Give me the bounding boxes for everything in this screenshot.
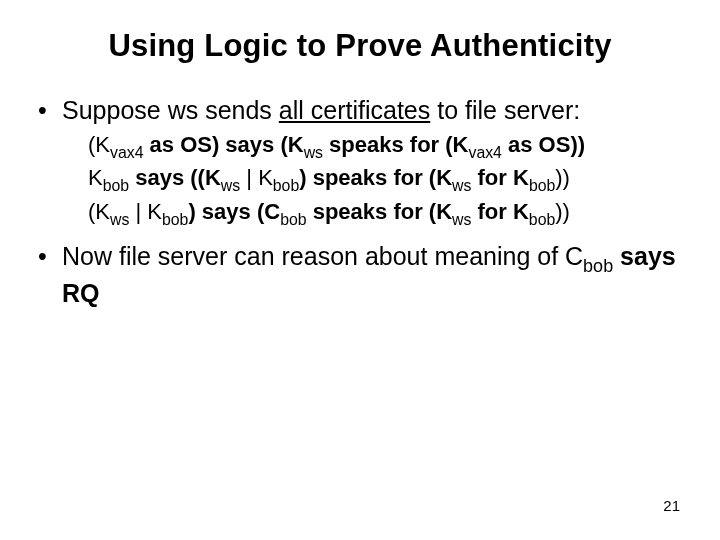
t: )) bbox=[555, 165, 570, 190]
bullet1-pre: Suppose ws sends bbox=[62, 96, 279, 124]
sub: ws bbox=[452, 177, 471, 194]
sub: bob bbox=[529, 177, 555, 194]
sub: bob bbox=[103, 177, 129, 194]
sub: bob bbox=[583, 256, 613, 276]
sub: ws bbox=[452, 211, 471, 228]
bullet1-post: to file server: bbox=[430, 96, 580, 124]
t: says ((K bbox=[129, 165, 221, 190]
t: as OS) says (K bbox=[143, 132, 303, 157]
t: as OS)) bbox=[502, 132, 585, 157]
logic-line-3: (Kws | Kbob) says (Cbob speaks for (Kws … bbox=[88, 197, 684, 230]
slide: Using Logic to Prove Authenticity Suppos… bbox=[0, 0, 720, 540]
sub: ws bbox=[221, 177, 240, 194]
logic-line-2: Kbob says ((Kws | Kbob) speaks for (Kws … bbox=[88, 163, 684, 196]
t: K bbox=[88, 165, 103, 190]
t: (K bbox=[88, 199, 110, 224]
t: for K bbox=[471, 165, 528, 190]
bullet1-underlined: all certificates bbox=[279, 96, 430, 124]
sub: vax4 bbox=[468, 144, 501, 161]
bullet-item-2: Now file server can reason about meaning… bbox=[36, 240, 684, 309]
sub: bob bbox=[162, 211, 188, 228]
t: speaks for (K bbox=[323, 132, 469, 157]
sub: bob bbox=[529, 211, 555, 228]
t: for K bbox=[471, 199, 528, 224]
t: | K bbox=[240, 165, 273, 190]
sub: vax4 bbox=[110, 144, 143, 161]
sub: bob bbox=[280, 211, 306, 228]
slide-title: Using Logic to Prove Authenticity bbox=[36, 28, 684, 64]
sub: ws bbox=[110, 211, 129, 228]
bullet2-pre: Now file server can reason about meaning… bbox=[62, 242, 583, 270]
page-number: 21 bbox=[663, 497, 680, 514]
t: | K bbox=[129, 199, 162, 224]
sub: bob bbox=[273, 177, 299, 194]
t: ) speaks for (K bbox=[299, 165, 452, 190]
sub: ws bbox=[304, 144, 323, 161]
logic-line-1: (Kvax4 as OS) says (Kws speaks for (Kvax… bbox=[88, 130, 684, 163]
bullet-list: Suppose ws sends all certificates to fil… bbox=[36, 94, 684, 309]
t: )) bbox=[555, 199, 570, 224]
t: (K bbox=[88, 132, 110, 157]
bullet-item-1: Suppose ws sends all certificates to fil… bbox=[36, 94, 684, 230]
logic-block: (Kvax4 as OS) says (Kws speaks for (Kvax… bbox=[88, 130, 684, 230]
t: ) says (C bbox=[188, 199, 280, 224]
t: speaks for (K bbox=[307, 199, 453, 224]
